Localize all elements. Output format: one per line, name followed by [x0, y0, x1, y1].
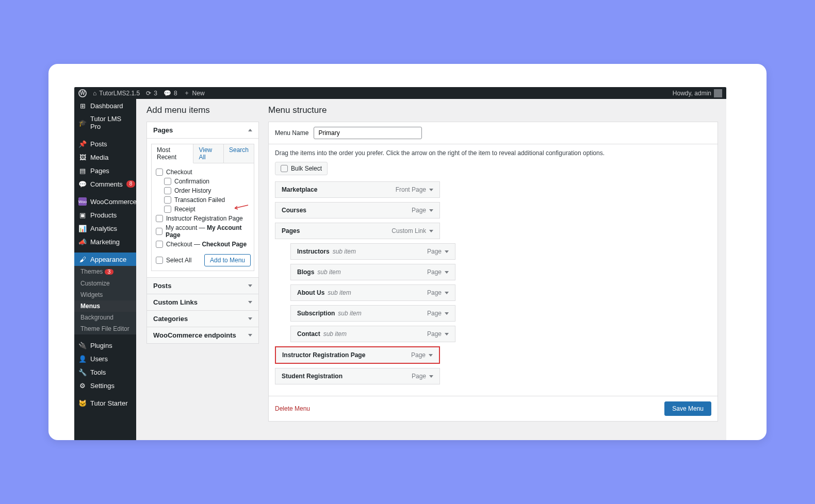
sidebar-item-marketing[interactable]: 📣Marketing [74, 235, 136, 248]
menu-structure-heading: Menu structure [268, 105, 718, 115]
delete-menu-link[interactable]: Delete Menu [275, 405, 310, 412]
chevron-down-icon[interactable] [445, 312, 449, 315]
acc-woo-endpoints-head[interactable]: WooCommerce endpoints [147, 327, 258, 343]
acc-title: Posts [153, 282, 171, 290]
sidebar-sub-theme-file-editor[interactable]: Theme File Editor [74, 323, 136, 334]
sidebar-item-plugins[interactable]: 🔌Plugins [74, 339, 136, 352]
checkbox[interactable] [156, 215, 163, 222]
acc-pages-head[interactable]: Pages [147, 122, 258, 138]
checkbox[interactable] [164, 196, 171, 204]
sidebar-item-media[interactable]: 🖼Media [74, 150, 136, 164]
sidebar-item-tools[interactable]: 🔧Tools [74, 365, 136, 379]
chevron-down-icon[interactable] [429, 375, 433, 378]
chevron-down-icon[interactable] [429, 354, 433, 357]
bulk-select[interactable]: Bulk Select [275, 162, 328, 175]
admin-bar: ⌂ TutorLMS2.1.5 ⟳ 3 💬 8 ＋ New How [74, 87, 726, 99]
checkbox[interactable] [156, 257, 163, 264]
page-list-label: Order History [174, 187, 211, 194]
marketing-icon: 📣 [78, 238, 87, 246]
page-my-account[interactable]: My account — My Account Page [155, 223, 251, 240]
acc-posts-head[interactable]: Posts [147, 277, 258, 294]
menu-item[interactable]: Contactsub itemPage [290, 326, 455, 342]
tab-most-recent[interactable]: Most Recent [152, 144, 193, 163]
pages-icon: ▤ [78, 166, 87, 175]
users-icon: 👤 [78, 355, 87, 363]
comments-link[interactable]: 💬 8 [164, 90, 177, 97]
page-transaction-failed[interactable]: Transaction Failed [155, 195, 251, 205]
site-link[interactable]: ⌂ TutorLMS2.1.5 [93, 90, 140, 97]
checkbox[interactable] [164, 187, 171, 194]
checkbox[interactable] [164, 178, 171, 185]
menu-item[interactable]: Blogssub itemPage [290, 264, 455, 280]
menu-item[interactable]: Instructorssub itemPage [290, 243, 455, 260]
sidebar-sub-themes[interactable]: Themes 3 [74, 266, 136, 278]
chevron-down-icon[interactable] [429, 189, 433, 191]
sidebar-label: Tutor Starter [90, 399, 127, 407]
menu-item[interactable]: Student RegistrationPage [275, 368, 440, 384]
sidebar-item-settings[interactable]: ⚙Settings [74, 379, 136, 392]
caret-down-icon [248, 284, 252, 287]
wp-logo[interactable] [78, 89, 87, 97]
sidebar-item-dashboard[interactable]: ⊞Dashboard [74, 99, 136, 112]
new-link[interactable]: ＋ New [184, 89, 205, 97]
chevron-down-icon[interactable] [445, 250, 449, 253]
caret-down-icon [248, 334, 252, 337]
page-confirmation[interactable]: Confirmation [155, 177, 251, 186]
updates-link[interactable]: ⟳ 3 [146, 90, 157, 97]
acc-custom-links-head[interactable]: Custom Links [147, 294, 258, 310]
sub-item-tag: sub item [333, 248, 356, 255]
sidebar-item-tutor-lms-pro[interactable]: 🎓Tutor LMS Pro [74, 112, 136, 133]
tab-search[interactable]: Search [224, 144, 254, 163]
sidebar-sub-menus[interactable]: Menus [74, 300, 136, 312]
add-to-menu-button[interactable]: Add to Menu [204, 254, 251, 266]
checkbox[interactable] [156, 228, 162, 235]
acc-title: Pages [153, 126, 173, 134]
menu-item[interactable]: MarketplaceFront Page [275, 181, 440, 198]
checkbox[interactable] [156, 241, 163, 248]
checkbox[interactable] [164, 206, 171, 213]
chevron-down-icon[interactable] [445, 292, 449, 294]
page-receipt[interactable]: Receipt [155, 205, 251, 214]
chevron-down-icon[interactable] [429, 209, 433, 212]
page-instructor-registration[interactable]: Instructor Registration Page [155, 214, 251, 223]
sidebar-item-woocommerce[interactable]: WooWooCommerce [74, 195, 136, 208]
sidebar-sub-customize[interactable]: Customize [74, 278, 136, 289]
howdy-link[interactable]: Howdy, admin [673, 89, 722, 97]
menu-item[interactable]: Instructor Registration PagePage [275, 346, 440, 364]
sidebar-item-tutor-starter[interactable]: 🐱Tutor Starter [74, 396, 136, 410]
sidebar-item-posts[interactable]: 📌Posts [74, 137, 136, 150]
menu-item-type: Page [427, 289, 442, 296]
sidebar-item-appearance[interactable]: 🖌Appearance [74, 253, 136, 266]
sidebar-sub-widgets[interactable]: Widgets [74, 289, 136, 300]
chevron-down-icon[interactable] [445, 333, 449, 335]
sidebar-item-pages[interactable]: ▤Pages [74, 164, 136, 177]
menu-item[interactable]: Subscriptionsub itemPage [290, 305, 455, 322]
sidebar-label: Tools [90, 368, 106, 376]
page-checkout[interactable]: Checkout [155, 167, 251, 177]
acc-categories-head[interactable]: Categories [147, 310, 258, 327]
checkbox[interactable] [156, 169, 163, 176]
save-menu-button[interactable]: Save Menu [664, 401, 711, 416]
sidebar-label: Pages [90, 167, 109, 175]
menu-item[interactable]: CoursesPage [275, 202, 440, 219]
sidebar-item-users[interactable]: 👤Users [74, 352, 136, 365]
sidebar-item-comments[interactable]: 💬Comments8 [74, 177, 136, 191]
page-checkout-page[interactable]: Checkout — Checkout Page [155, 240, 251, 249]
page-list-label: Checkout [166, 169, 192, 176]
menu-name-input[interactable] [314, 127, 422, 139]
page-order-history[interactable]: Order History [155, 186, 251, 195]
tab-view-all[interactable]: View All [193, 144, 224, 163]
menu-item[interactable]: PagesCustom Link [275, 223, 440, 239]
menu-item-type: Page [427, 248, 442, 255]
plus-icon: ＋ [184, 89, 190, 97]
chevron-down-icon[interactable] [445, 271, 449, 274]
sidebar-item-analytics[interactable]: 📊Analytics [74, 222, 136, 235]
sidebar-item-products[interactable]: ▣Products [74, 208, 136, 222]
sidebar-sub-background[interactable]: Background [74, 312, 136, 323]
sidebar-label: Marketing [90, 238, 120, 246]
sidebar-sublabel: Background [80, 314, 113, 321]
select-all[interactable]: Select All [155, 256, 192, 265]
checkbox[interactable] [281, 165, 288, 172]
menu-item[interactable]: About Ussub itemPage [290, 284, 455, 301]
chevron-down-icon[interactable] [429, 230, 433, 232]
